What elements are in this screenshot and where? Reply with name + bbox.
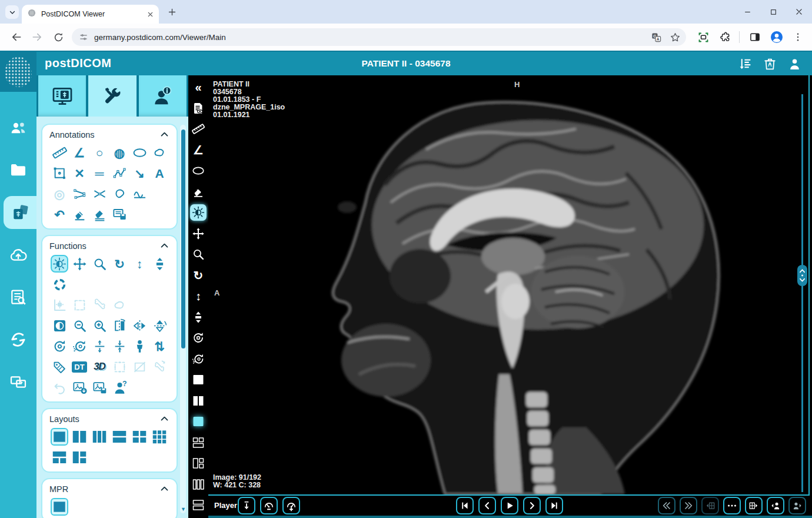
roi-dashed-icon[interactable] bbox=[71, 296, 88, 314]
undo-icon[interactable]: ↶ bbox=[51, 205, 68, 223]
extensions-icon[interactable] bbox=[717, 28, 734, 46]
scroll-down-arrow-icon[interactable]: ▼ bbox=[181, 507, 186, 512]
chevron-up-icon[interactable] bbox=[159, 130, 169, 140]
image-save-icon[interactable] bbox=[91, 378, 108, 396]
chevron-up-icon[interactable] bbox=[159, 241, 169, 251]
magnify-icon[interactable] bbox=[190, 246, 207, 263]
scroll-vertical-icon[interactable]: ↕ bbox=[190, 288, 207, 304]
reload-icon[interactable] bbox=[49, 28, 67, 46]
magnify-icon[interactable] bbox=[91, 255, 108, 273]
bone-icon[interactable] bbox=[91, 296, 108, 314]
nav-first-icon[interactable] bbox=[456, 497, 474, 514]
layout-1left-2right-icon[interactable] bbox=[71, 449, 88, 466]
expand-vertical-icon[interactable] bbox=[91, 337, 108, 355]
sidebar-toggle-icon[interactable] bbox=[746, 28, 764, 46]
patient-orientation-icon[interactable] bbox=[131, 337, 148, 355]
layout-1x1-filled-icon[interactable] bbox=[190, 371, 207, 388]
target-circle-icon[interactable] bbox=[51, 275, 68, 293]
scroll-vertical-icon[interactable]: ↕ bbox=[131, 255, 148, 273]
trash-icon[interactable] bbox=[762, 56, 778, 72]
bone-rotate-icon[interactable] bbox=[151, 358, 168, 376]
rect-roi-icon[interactable] bbox=[51, 164, 68, 182]
zoom-in-icon[interactable] bbox=[91, 317, 108, 334]
freehand-icon[interactable] bbox=[151, 144, 168, 161]
browser-menu-icon[interactable] bbox=[789, 28, 807, 46]
o-3col-icon[interactable] bbox=[190, 476, 207, 493]
layout-1x2-filled-icon[interactable] bbox=[190, 393, 207, 409]
window-level-icon[interactable] bbox=[190, 204, 207, 221]
report-view-icon[interactable] bbox=[190, 100, 207, 117]
reset-rotate-icon[interactable] bbox=[190, 330, 207, 346]
stack-scroll-icon[interactable] bbox=[190, 309, 207, 326]
patient-query-icon[interactable]: ? bbox=[111, 378, 128, 396]
polyline-icon[interactable] bbox=[111, 164, 128, 182]
reset-rotate-icon[interactable] bbox=[51, 337, 68, 355]
forward-icon[interactable] bbox=[28, 28, 46, 46]
collapse-vertical-icon[interactable] bbox=[111, 337, 128, 355]
flip-horizontal-icon[interactable] bbox=[131, 317, 148, 334]
arrow-icon[interactable]: ↘ bbox=[131, 164, 148, 182]
profile-avatar[interactable] bbox=[768, 28, 786, 46]
image-download-icon[interactable] bbox=[71, 378, 88, 396]
url-text[interactable]: germany.postdicom.com/Viewer/Main bbox=[94, 33, 648, 42]
sort-updown-icon[interactable]: ⇅ bbox=[151, 337, 168, 355]
search-list-icon[interactable] bbox=[8, 287, 28, 307]
nav-last-icon[interactable] bbox=[545, 497, 563, 514]
angle-icon[interactable]: ∠ bbox=[71, 144, 88, 161]
ellipse-icon[interactable] bbox=[190, 162, 207, 179]
account-icon[interactable] bbox=[787, 56, 803, 72]
rotate-icon[interactable]: ↻ bbox=[111, 255, 128, 273]
crosshair-target-icon[interactable]: ◎ bbox=[51, 185, 68, 202]
chevron-up-icon[interactable] bbox=[159, 414, 169, 424]
image-scroll-track[interactable] bbox=[801, 94, 803, 492]
o-2top-1bottom-icon[interactable] bbox=[190, 434, 207, 451]
pan-icon[interactable] bbox=[71, 255, 88, 273]
parallel-lines-icon[interactable]: ═ bbox=[91, 164, 108, 182]
mpr-cut-icon[interactable] bbox=[51, 498, 68, 516]
layout-1top-2bottom-icon[interactable] bbox=[51, 449, 68, 466]
nav-next-icon[interactable] bbox=[523, 497, 541, 514]
fast-forward-icon[interactable] bbox=[680, 497, 697, 514]
translate-icon[interactable]: GA bbox=[648, 29, 664, 45]
layout-1x2-icon[interactable] bbox=[71, 428, 88, 446]
ruler-icon[interactable] bbox=[51, 144, 68, 161]
image-scroll-thumb[interactable] bbox=[797, 265, 807, 286]
reset-window-icon[interactable] bbox=[71, 337, 88, 355]
collapse-panel-icon[interactable]: « bbox=[190, 79, 207, 95]
image-viewport[interactable]: PATIENT II 0345678 01.01.1853 - F dzne_M… bbox=[208, 75, 810, 496]
nav-play-icon[interactable] bbox=[501, 497, 518, 514]
viewer-monitor-icon[interactable] bbox=[38, 75, 86, 117]
more-options-icon[interactable] bbox=[723, 497, 741, 514]
circle-icon[interactable]: ○ bbox=[91, 144, 108, 161]
site-info-icon[interactable] bbox=[79, 32, 88, 42]
screen-share-icon[interactable] bbox=[8, 372, 28, 392]
speed-up-icon[interactable] bbox=[282, 497, 300, 514]
tab-close-icon[interactable] bbox=[147, 11, 154, 18]
threed-icon[interactable]: 3D bbox=[91, 358, 108, 376]
save-annotations-icon[interactable] bbox=[111, 205, 128, 223]
eraser-icon[interactable] bbox=[190, 184, 207, 200]
cloud-upload-icon[interactable] bbox=[8, 245, 28, 265]
closed-freehand-icon[interactable] bbox=[111, 185, 128, 202]
sync-icon[interactable] bbox=[8, 330, 28, 350]
screen-capture-icon[interactable] bbox=[694, 28, 712, 46]
dt-icon[interactable]: DT bbox=[71, 358, 88, 376]
tools-icon[interactable] bbox=[88, 75, 136, 117]
mpr-header[interactable]: MPR bbox=[49, 484, 169, 494]
flip-vertical-icon[interactable] bbox=[151, 317, 168, 334]
bookmark-star-icon[interactable] bbox=[667, 29, 683, 45]
eraser-icon[interactable] bbox=[71, 205, 88, 223]
nav-prev-icon[interactable] bbox=[478, 497, 496, 514]
patient-next-icon[interactable] bbox=[788, 497, 806, 514]
reset-window-icon[interactable] bbox=[190, 351, 207, 367]
sort-list-icon[interactable] bbox=[737, 56, 753, 72]
freehand-roi-icon[interactable] bbox=[111, 296, 128, 314]
patient-prev-icon[interactable] bbox=[767, 497, 784, 514]
series-next-icon[interactable] bbox=[745, 497, 763, 514]
stack-scroll-icon[interactable] bbox=[151, 255, 168, 273]
angle-icon[interactable]: ∠ bbox=[190, 142, 207, 158]
text-label-icon[interactable]: A bbox=[151, 164, 168, 182]
crop-icon[interactable] bbox=[131, 358, 148, 376]
select-dashed-icon[interactable] bbox=[111, 358, 128, 376]
patient-info-icon[interactable] bbox=[139, 75, 187, 117]
